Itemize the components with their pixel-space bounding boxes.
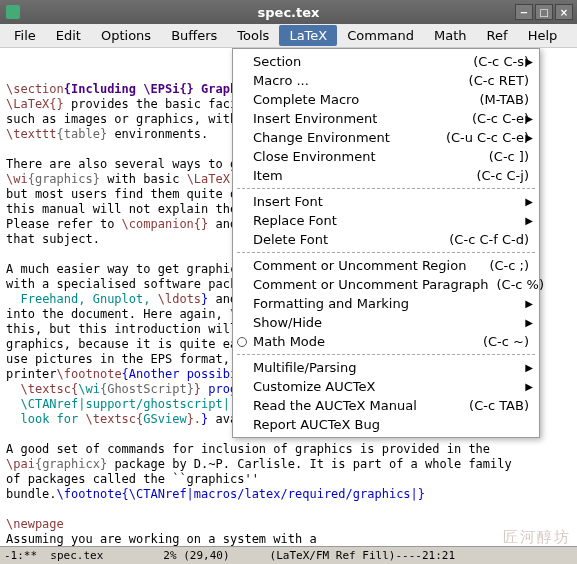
menu-latex[interactable]: LaTeX	[279, 25, 337, 46]
menu-tools[interactable]: Tools	[227, 25, 279, 46]
menu-item-shortcut: (C-c C-f C-d)	[449, 232, 529, 247]
submenu-arrow-icon: ▶	[525, 213, 533, 228]
menu-item-close-environment[interactable]: Close Environment(C-c ])	[233, 147, 539, 166]
modeline-mode: (LaTeX/FM Ref Fill)	[270, 548, 396, 563]
app-icon	[6, 5, 20, 19]
menu-item-label: Replace Font	[253, 213, 529, 228]
menu-file[interactable]: File	[4, 25, 46, 46]
menu-item-label: Insert Font	[253, 194, 529, 209]
editor-line[interactable]: bundle.\footnote{\CTANref|macros/latex/r…	[6, 487, 571, 502]
menu-buffers[interactable]: Buffers	[161, 25, 227, 46]
menu-item-shortcut: (C-c C-j)	[476, 168, 529, 183]
editor-line[interactable]	[6, 502, 571, 517]
modeline-buffer: -1:** spec.tex	[4, 548, 103, 563]
editor-line[interactable]: A good set of commands for inclusion of …	[6, 442, 571, 457]
menu-item-label: Read the AUCTeX Manual	[253, 398, 461, 413]
menu-item-replace-font[interactable]: Replace Font▶	[233, 211, 539, 230]
menu-item-shortcut: (C-c C-s)	[473, 54, 529, 69]
menu-item-label: Customize AUCTeX	[253, 379, 529, 394]
menu-item-shortcut: (C-c %)	[497, 277, 545, 292]
menu-item-delete-font[interactable]: Delete Font(C-c C-f C-d)	[233, 230, 539, 249]
menu-edit[interactable]: Edit	[46, 25, 91, 46]
menu-command[interactable]: Command	[337, 25, 424, 46]
menu-math[interactable]: Math	[424, 25, 477, 46]
titlebar[interactable]: spec.tex − □ ×	[0, 0, 577, 24]
submenu-arrow-icon: ▶	[525, 130, 533, 145]
submenu-arrow-icon: ▶	[525, 360, 533, 375]
modeline-position: 2% (29,40)	[163, 548, 229, 563]
editor-line[interactable]: \newpage	[6, 517, 571, 532]
menu-item-comment-or-uncomment-paragraph[interactable]: Comment or Uncomment Paragraph(C-c %)	[233, 275, 539, 294]
radio-icon	[237, 337, 247, 347]
menu-item-label: Comment or Uncomment Paragraph	[253, 277, 489, 292]
menu-item-label: Complete Macro	[253, 92, 471, 107]
menu-item-macro[interactable]: Macro ...(C-c RET)	[233, 71, 539, 90]
editor-line[interactable]: of packages called the ``graphics''	[6, 472, 571, 487]
menu-item-label: Delete Font	[253, 232, 441, 247]
menu-item-change-environment[interactable]: Change Environment(C-u C-c C-e)▶	[233, 128, 539, 147]
menu-item-label: Show/Hide	[253, 315, 529, 330]
close-button[interactable]: ×	[555, 4, 573, 20]
menu-item-shortcut: (C-c ])	[489, 149, 529, 164]
window-title: spec.tex	[258, 5, 320, 20]
menu-item-shortcut: (C-c C-e)	[472, 111, 529, 126]
submenu-arrow-icon: ▶	[525, 315, 533, 330]
menu-item-label: Formatting and Marking	[253, 296, 529, 311]
editor-line[interactable]: \pai{graphicx} package by D.~P. Carlisle…	[6, 457, 571, 472]
menu-item-shortcut: (C-c TAB)	[469, 398, 529, 413]
svg-rect-0	[6, 5, 20, 19]
menu-separator	[237, 188, 535, 189]
maximize-button[interactable]: □	[535, 4, 553, 20]
menu-item-label: Close Environment	[253, 149, 481, 164]
menu-options[interactable]: Options	[91, 25, 161, 46]
menu-item-label: Math Mode	[253, 334, 475, 349]
menu-item-multifile-parsing[interactable]: Multifile/Parsing▶	[233, 358, 539, 377]
menu-separator	[237, 354, 535, 355]
editor[interactable]: \section{Including \EPSi{} Graphics}\LaT…	[0, 48, 577, 564]
modeline: -1:** spec.tex 2% (29,40) (LaTeX/FM Ref …	[0, 546, 577, 564]
menu-item-shortcut: (C-u C-c C-e)	[446, 130, 529, 145]
menu-item-comment-or-uncomment-region[interactable]: Comment or Uncomment Region(C-c ;)	[233, 256, 539, 275]
modeline-time: ----21:21	[395, 548, 455, 563]
menu-item-report-auctex-bug[interactable]: Report AUCTeX Bug	[233, 415, 539, 434]
submenu-arrow-icon: ▶	[525, 111, 533, 126]
menu-item-customize-auctex[interactable]: Customize AUCTeX▶	[233, 377, 539, 396]
submenu-arrow-icon: ▶	[525, 296, 533, 311]
menu-item-label: Item	[253, 168, 468, 183]
latex-menu-dropdown: Section(C-c C-s)▶Macro ...(C-c RET)Compl…	[232, 48, 540, 438]
menu-item-shortcut: (C-c ~)	[483, 334, 529, 349]
menu-item-shortcut: (M-TAB)	[479, 92, 529, 107]
menu-item-item[interactable]: Item(C-c C-j)	[233, 166, 539, 185]
menu-item-label: Comment or Uncomment Region	[253, 258, 481, 273]
menu-item-show-hide[interactable]: Show/Hide▶	[233, 313, 539, 332]
menu-item-read-the-auctex-manual[interactable]: Read the AUCTeX Manual(C-c TAB)	[233, 396, 539, 415]
submenu-arrow-icon: ▶	[525, 54, 533, 69]
menu-item-label: Section	[253, 54, 465, 69]
minimize-button[interactable]: −	[515, 4, 533, 20]
menu-item-label: Insert Environment	[253, 111, 464, 126]
menu-item-label: Multifile/Parsing	[253, 360, 529, 375]
submenu-arrow-icon: ▶	[525, 379, 533, 394]
menu-item-label: Report AUCTeX Bug	[253, 417, 529, 432]
submenu-arrow-icon: ▶	[525, 194, 533, 209]
menu-item-shortcut: (C-c ;)	[489, 258, 529, 273]
menubar: FileEditOptionsBuffersToolsLaTeXCommandM…	[0, 24, 577, 48]
menu-item-formatting-and-marking[interactable]: Formatting and Marking▶	[233, 294, 539, 313]
editor-line[interactable]: Assuming you are working on a system wit…	[6, 532, 571, 547]
menu-item-insert-environment[interactable]: Insert Environment(C-c C-e)▶	[233, 109, 539, 128]
menu-item-complete-macro[interactable]: Complete Macro(M-TAB)	[233, 90, 539, 109]
menu-item-insert-font[interactable]: Insert Font▶	[233, 192, 539, 211]
menu-ref[interactable]: Ref	[477, 25, 518, 46]
menu-item-math-mode[interactable]: Math Mode(C-c ~)	[233, 332, 539, 351]
menu-item-label: Macro ...	[253, 73, 461, 88]
menu-separator	[237, 252, 535, 253]
menu-item-label: Change Environment	[253, 130, 438, 145]
menu-item-section[interactable]: Section(C-c C-s)▶	[233, 52, 539, 71]
menu-help[interactable]: Help	[518, 25, 568, 46]
menu-item-shortcut: (C-c RET)	[469, 73, 529, 88]
